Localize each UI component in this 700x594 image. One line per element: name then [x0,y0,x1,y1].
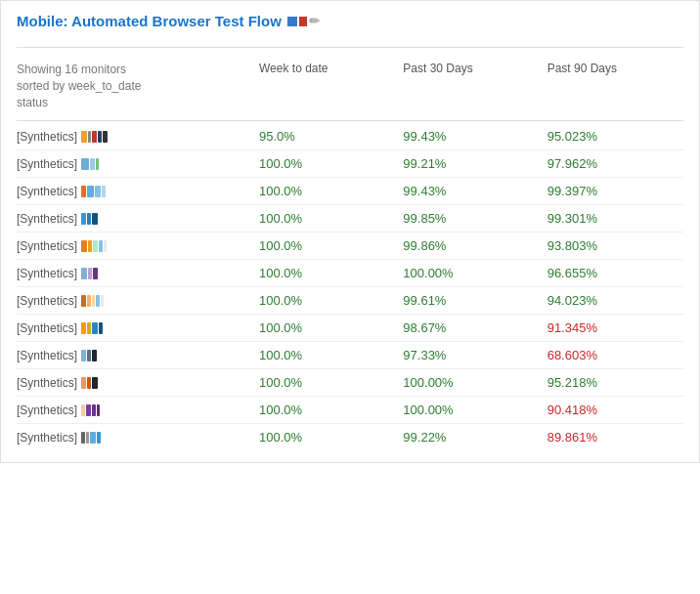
p90-value: 96.655% [540,266,683,280]
monitor-label: [Synthetics] [17,294,77,308]
p90-value: 99.301% [540,211,683,226]
mini-chart [81,240,107,252]
table-row[interactable]: [Synthetics]100.0%97.33%68.603% [17,342,683,369]
p30-value: 99.86% [395,238,539,253]
bar [99,322,103,334]
bar [90,158,95,170]
monitor-label: [Synthetics] [17,212,77,226]
table-row[interactable]: [Synthetics]100.0%99.61%94.023% [17,287,683,315]
bar [88,240,92,252]
table-row[interactable]: [Synthetics]100.0%100.00%90.418% [17,397,683,424]
mini-chart [81,295,104,307]
monitor-cell: [Synthetics] [17,239,251,253]
p90-value: 93.803% [540,238,683,253]
header-p90: Past 90 Days [540,60,683,112]
bar [92,131,97,143]
week-value: 100.0% [251,238,395,253]
title-text: Mobile: Automated Browser Test Flow [17,13,282,29]
bar [87,322,91,334]
table-row[interactable]: [Synthetics]100.0%99.86%93.803% [17,233,683,260]
week-value: 100.0% [251,375,395,390]
title-icons: ✏ [287,14,320,28]
p30-value: 99.61% [395,293,539,308]
p90-value: 94.023% [540,293,683,308]
monitor-cell: [Synthetics] [17,130,251,144]
week-value: 100.0% [251,211,395,226]
monitor-label: [Synthetics] [17,376,77,390]
monitor-cell: [Synthetics] [17,267,251,280]
table-row[interactable]: [Synthetics]100.0%99.43%99.397% [17,178,683,205]
monitor-label: [Synthetics] [17,403,77,417]
monitor-label: [Synthetics] [17,239,77,253]
table-body: [Synthetics]95.0%99.43%95.023%[Synthetic… [17,123,683,450]
bar [81,240,87,252]
monitor-label: [Synthetics] [17,157,77,171]
title-icon-1 [287,17,297,26]
week-value: 100.0% [251,403,395,417]
bar [103,131,108,143]
week-value: 100.0% [251,320,395,335]
p30-value: 99.85% [395,211,539,226]
table-row[interactable]: [Synthetics]100.0%100.00%95.218% [17,369,683,397]
week-value: 100.0% [251,156,395,171]
title-icon-pencil[interactable]: ✏ [309,14,320,28]
monitor-cell: [Synthetics] [17,349,251,362]
bar [97,404,100,416]
bar [98,131,102,143]
monitor-cell: [Synthetics] [17,185,251,198]
week-value: 100.0% [251,348,395,362]
bar [93,240,98,252]
table-row[interactable]: [Synthetics]100.0%100.00%96.655% [17,260,683,287]
bar [95,186,101,197]
p90-value: 95.023% [540,129,683,144]
page-container: Mobile: Automated Browser Test Flow ✏ Sh… [0,0,700,463]
bar [92,322,98,334]
bar [81,268,87,279]
table-row[interactable]: [Synthetics]100.0%99.21%97.962% [17,150,683,178]
bar [81,295,86,307]
table-row[interactable]: [Synthetics]100.0%98.67%91.345% [17,315,683,342]
p90-value: 97.962% [540,156,683,171]
bar [93,268,98,279]
bar [87,350,91,361]
bar [87,295,91,307]
mini-chart [81,377,98,389]
p90-value: 68.603% [540,348,683,362]
monitor-cell: [Synthetics] [17,403,251,417]
bar [96,295,100,307]
bar [102,186,106,197]
monitor-cell: [Synthetics] [17,431,251,445]
mini-chart [81,131,108,143]
monitor-label: [Synthetics] [17,321,77,335]
table-row[interactable]: [Synthetics]100.0%99.22%89.861% [17,424,683,450]
table-row[interactable]: [Synthetics]95.0%99.43%95.023% [17,123,683,150]
table-row[interactable]: [Synthetics]100.0%99.85%99.301% [17,205,683,233]
bar [104,240,107,252]
bar [81,322,86,334]
bar [92,213,98,225]
bar [86,404,91,416]
page-title: Mobile: Automated Browser Test Flow ✏ [17,13,683,29]
p30-value: 99.43% [395,129,539,144]
bar [81,131,87,143]
bar [81,404,85,416]
week-value: 100.0% [251,266,395,280]
subtitle-sorted: sorted by week_to_date [17,79,141,93]
bar [92,404,96,416]
bar [81,213,86,225]
monitor-cell: [Synthetics] [17,294,251,308]
mini-chart [81,432,101,444]
bar [99,240,103,252]
p30-value: 97.33% [395,348,539,362]
week-value: 100.0% [251,430,395,445]
bar [92,350,97,361]
bar [97,432,101,444]
p90-value: 91.345% [540,320,683,335]
p90-value: 99.397% [540,184,683,198]
mini-chart [81,268,98,279]
p30-value: 100.00% [395,266,539,280]
p30-value: 99.21% [395,156,539,171]
mini-chart [81,404,100,416]
mini-chart [81,213,98,225]
bar [81,186,86,197]
